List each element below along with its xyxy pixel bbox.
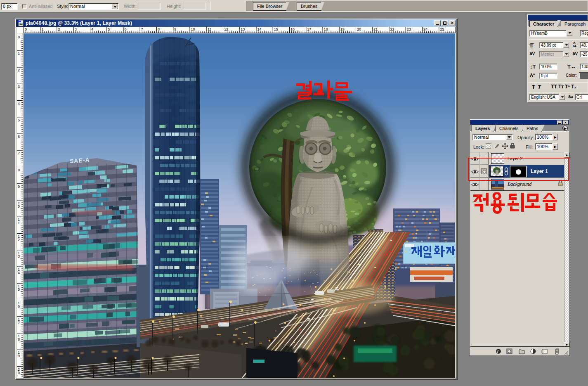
svg-text:24: 24: [423, 27, 427, 31]
svg-text:2: 2: [58, 27, 60, 31]
svg-text:6: 6: [18, 304, 20, 308]
svg-text:19: 19: [340, 27, 345, 31]
svg-text:0: 0: [25, 27, 27, 31]
svg-text:16: 16: [290, 27, 295, 31]
svg-text:0: 0: [18, 35, 20, 39]
svg-text:0: 0: [18, 371, 20, 375]
svg-text:3: 3: [18, 254, 20, 258]
svg-text:SAE-A: SAE-A: [70, 156, 90, 164]
svg-text:25: 25: [440, 27, 444, 31]
svg-text:7: 7: [141, 27, 143, 31]
svg-text:9: 9: [18, 354, 20, 358]
svg-text:20: 20: [357, 27, 361, 31]
svg-text:12: 12: [224, 27, 228, 31]
svg-text:2: 2: [18, 238, 20, 242]
svg-text:14: 14: [257, 27, 262, 31]
svg-text:17: 17: [307, 27, 311, 31]
svg-text:5: 5: [18, 118, 20, 122]
svg-text:9: 9: [174, 27, 176, 31]
svg-text:22: 22: [390, 27, 394, 31]
svg-text:15: 15: [274, 27, 278, 31]
svg-text:7: 7: [18, 321, 20, 325]
svg-text:4: 4: [91, 27, 93, 31]
svg-text:10: 10: [191, 27, 195, 31]
svg-text:2: 2: [18, 68, 20, 72]
svg-text:18: 18: [324, 27, 328, 31]
svg-text:9: 9: [18, 185, 20, 189]
svg-text:0: 0: [18, 204, 20, 208]
svg-text:1: 1: [18, 221, 20, 225]
svg-text:8: 8: [158, 27, 160, 31]
svg-text:5: 5: [108, 27, 110, 31]
svg-text:8: 8: [18, 337, 20, 341]
svg-text:3: 3: [75, 27, 77, 31]
svg-text:4: 4: [18, 271, 20, 275]
svg-text:1: 1: [18, 52, 20, 56]
svg-text:13: 13: [241, 27, 245, 31]
svg-text:5: 5: [18, 287, 20, 291]
svg-text:1: 1: [41, 27, 43, 31]
svg-text:3: 3: [18, 85, 20, 89]
svg-text:6: 6: [125, 27, 127, 31]
svg-text:8: 8: [18, 168, 20, 172]
svg-text:7: 7: [18, 151, 20, 155]
svg-text:4: 4: [18, 102, 20, 106]
svg-text:11: 11: [208, 27, 211, 31]
svg-text:21: 21: [373, 27, 378, 31]
svg-text:23: 23: [407, 27, 411, 31]
svg-text:6: 6: [18, 135, 20, 139]
